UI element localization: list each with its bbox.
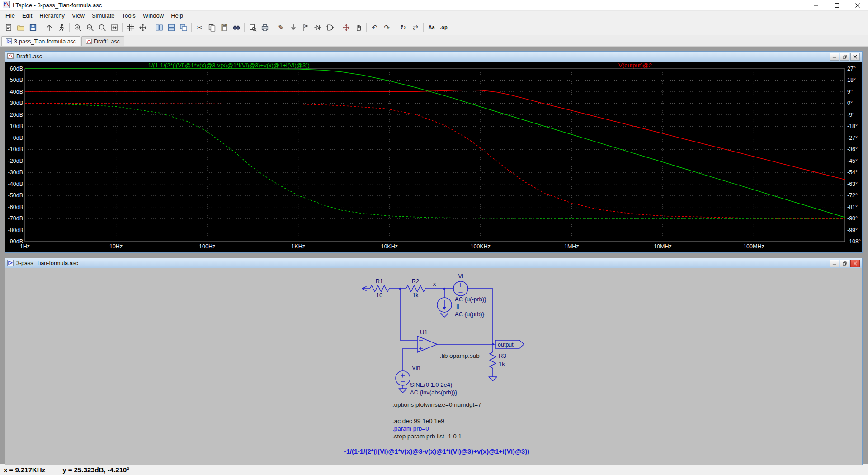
lib-directive[interactable]: .lib opamp.sub [440,352,480,359]
waveform-plot[interactable]: -1/(1-1/(2*(i(Vi)@1*v(x)@3-v(x)@1*i(Vi)@… [5,62,862,252]
svg-text:10: 10 [376,292,382,299]
grid-icon[interactable] [124,22,137,33]
toolbar-separator [69,23,70,32]
close-icon[interactable] [850,260,860,267]
menu-hierarchy[interactable]: Hierarchy [36,12,68,19]
minimize-icon[interactable] [806,0,826,10]
tab-label: 3-pass_Tian-formula.asc [14,38,76,45]
close-icon[interactable] [850,53,860,61]
toolbar-separator [423,23,424,32]
step-directive[interactable]: .step param prb list -1 0 1 [392,433,462,440]
current-source-Ii[interactable]: Ii AC {u(prb)} [437,289,485,318]
minimize-icon[interactable] [830,53,839,61]
trace-label-v-output[interactable]: V(output)@2 [618,62,652,69]
menu-help[interactable]: Help [167,12,187,19]
options-directive[interactable]: .options plotwinsize=0 numdgt=7 [392,401,481,408]
toolbar-separator [338,23,338,32]
ground-symbol [440,313,448,317]
zoom-out-icon[interactable] [84,22,96,33]
rotate-icon[interactable]: ↻ [397,22,409,33]
resistor-R3[interactable]: R3 1k [489,344,506,381]
paste-icon[interactable] [218,22,230,33]
run-icon[interactable] [55,22,67,33]
db-axis-label: -40dB [5,181,23,187]
voltage-source-Vi[interactable]: Vi AC {u(-prb)} [453,273,486,303]
print-preview-icon[interactable] [246,22,259,33]
hierarchy-icon[interactable] [43,22,55,33]
zoom-full-icon[interactable] [96,22,108,33]
menu-simulate[interactable]: Simulate [88,12,118,19]
new-schematic-icon[interactable] [2,22,14,33]
save-icon[interactable] [27,22,39,33]
db-axis-label: 20dB [5,112,23,118]
wire-output[interactable] [437,343,495,346]
phase-axis-label: -90° [847,215,862,222]
copy-icon[interactable] [206,22,218,33]
ground-icon[interactable] [287,22,299,33]
undo-icon[interactable]: ↶ [368,22,381,33]
print-icon[interactable] [259,22,271,33]
cascade-icon[interactable] [177,22,189,33]
frequency-axis-label: 10KHz [371,243,407,250]
label-icon[interactable] [299,22,311,33]
mdi-area: Draft1.asc -1/(1-1/(2*(i(Vi)@1*v(x)@3-v(… [0,47,868,464]
spice-directive-icon[interactable]: .op [438,22,450,33]
drag-icon[interactable] [352,22,364,33]
db-axis-label: 60dB [5,66,23,72]
svg-text:SINE(0 1.0 2e4): SINE(0 1.0 2e4) [410,381,452,388]
component-icon[interactable] [324,22,336,33]
tile-horizontal-icon[interactable] [165,22,177,33]
resistor-R2[interactable]: R2 1k [406,278,425,299]
menu-view[interactable]: View [68,12,88,19]
menu-edit[interactable]: Edit [19,12,36,19]
schematic-canvas[interactable]: R1 10 R2 1k x Vi [5,268,862,465]
net-label-x[interactable]: x [433,280,436,287]
svg-text:Ii: Ii [456,303,459,310]
tian-formula-text[interactable]: -1/(1-1/(2*(i(Vi)@1*v(x)@3-v(x)@1*i(Vi)@… [344,448,529,455]
cut-icon[interactable]: ✂ [193,22,206,33]
svg-text:Vin: Vin [412,364,420,371]
db-axis-label: -30dB [5,169,23,176]
trace-label-loop-gain[interactable]: -1/(1-1/(2*(i(Vi)@1*v(x)@3-v(x)@1*i(Vi)@… [146,62,310,69]
maximize-icon[interactable] [826,0,847,10]
tile-vertical-icon[interactable] [153,22,165,33]
output-port[interactable]: output [495,340,524,348]
move-icon[interactable] [340,22,352,33]
ac-directive[interactable]: .ac dec 99 1e0 1e9 [392,418,444,424]
zoom-fit-icon[interactable] [108,22,120,33]
frequency-axis-label: 1KHz [280,243,316,250]
restore-icon[interactable] [840,260,849,267]
tab-3-pass-tian-formula-asc[interactable]: 3-pass_Tian-formula.asc [1,36,80,46]
menu-file[interactable]: File [2,12,19,19]
text-icon[interactable]: Aa [425,22,438,33]
pan-icon[interactable] [137,22,149,33]
db-axis-label: 0dB [5,135,23,141]
diode-icon[interactable] [311,22,324,33]
zoom-in-icon[interactable] [71,22,84,33]
db-axis-label: 10dB [5,123,23,129]
ground-symbol [489,377,497,381]
mirror-icon[interactable]: ⇄ [409,22,421,33]
wire-icon[interactable]: ✎ [275,22,287,33]
plot-canvas[interactable] [5,62,862,252]
open-icon[interactable] [14,22,27,33]
resistor-R1[interactable]: R1 10 [370,278,389,299]
menu-tools[interactable]: Tools [118,12,139,19]
toolbar: ✂✎↶↷↻⇄Aa.op [0,20,868,35]
frequency-axis-label: 10Hz [98,243,134,250]
phase-axis-label: -63° [847,181,862,187]
waveform-window-title-bar[interactable]: Draft1.asc [5,52,862,62]
menu-window[interactable]: Window [139,12,167,19]
restore-icon[interactable] [840,53,849,61]
tab-draft1-asc[interactable]: Draft1.asc [81,36,124,46]
schematic-window-title-bar[interactable]: 3-pass_Tian-formula.asc [5,258,862,268]
db-axis-label: -80dB [5,227,23,233]
redo-icon[interactable]: ↷ [381,22,393,33]
schematic-window: 3-pass_Tian-formula.asc [5,258,863,466]
find-icon[interactable] [230,22,242,33]
phase-axis-label: -36° [847,146,862,152]
close-icon[interactable] [847,0,868,10]
db-axis-label: -10dB [5,146,23,152]
param-directive[interactable]: .param prb=0 [392,425,429,432]
minimize-icon[interactable] [830,260,839,267]
